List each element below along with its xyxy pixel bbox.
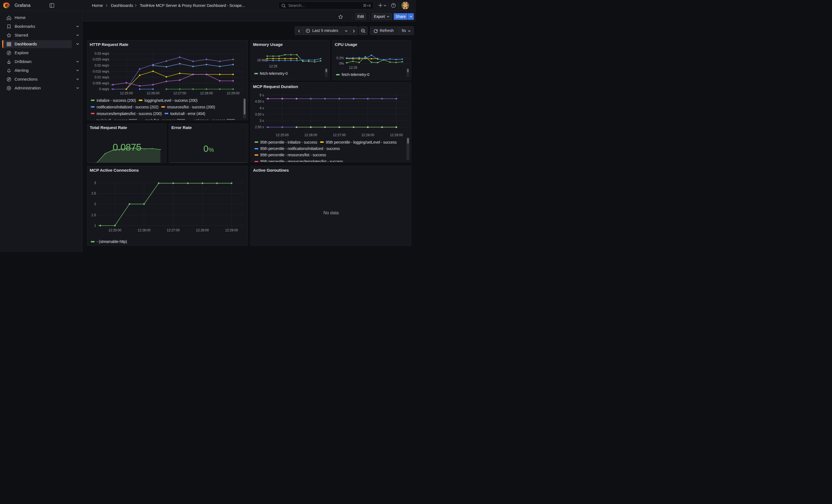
svg-text:12:28:00: 12:28:00 [200,91,213,95]
svg-text:12:29:00: 12:29:00 [227,91,240,95]
svg-text:1.5: 1.5 [92,213,96,217]
svg-text:12:26:00: 12:26:00 [137,228,151,232]
svg-text:3.50 s: 3.50 s [255,112,264,116]
svg-text:12:25:00: 12:25:00 [276,133,289,137]
svg-text:12:28:00: 12:28:00 [196,228,209,232]
svg-text:2: 2 [94,202,96,206]
svg-text:0.01 req/s: 0.01 req/s [95,75,109,79]
svg-text:0.03 req/s: 0.03 req/s [95,52,109,56]
svg-text:3: 3 [94,181,96,185]
svg-text:0 req/s: 0 req/s [99,87,109,91]
svg-text:0.025 req/s: 0.025 req/s [93,57,109,61]
svg-text:12:29:00: 12:29:00 [390,133,403,137]
svg-text:12:27:00: 12:27:00 [333,133,345,137]
svg-text:12:26:00: 12:26:00 [304,133,317,137]
svg-text:12:28:00: 12:28:00 [361,133,374,137]
svg-text:12:25: 12:25 [349,66,357,70]
svg-text:2.5: 2.5 [92,191,96,195]
svg-text:0.015 req/s: 0.015 req/s [93,70,109,74]
svg-text:5 s: 5 s [259,93,264,97]
svg-text:0.02 req/s: 0.02 req/s [95,63,109,68]
svg-text:4.50 s: 4.50 s [255,100,264,103]
svg-text:0.2%: 0.2% [336,56,344,60]
svg-text:12:25:00: 12:25:00 [108,228,121,232]
svg-text:12:25:00: 12:25:00 [120,91,133,95]
svg-text:0%: 0% [339,62,344,65]
svg-text:3 s: 3 s [259,119,264,123]
svg-text:12:29:00: 12:29:00 [225,228,238,232]
svg-text:12:26:00: 12:26:00 [147,91,160,95]
svg-text:2.50 s: 2.50 s [255,125,264,129]
svg-text:12:27:00: 12:27:00 [173,91,186,95]
svg-text:4 s: 4 s [259,106,264,110]
svg-text:12:27:00: 12:27:00 [167,228,180,232]
svg-text:12:25: 12:25 [269,64,277,68]
svg-text:0.005 req/s: 0.005 req/s [93,81,109,85]
svg-text:16 MiB: 16 MiB [257,58,267,62]
svg-text:1: 1 [94,224,96,228]
